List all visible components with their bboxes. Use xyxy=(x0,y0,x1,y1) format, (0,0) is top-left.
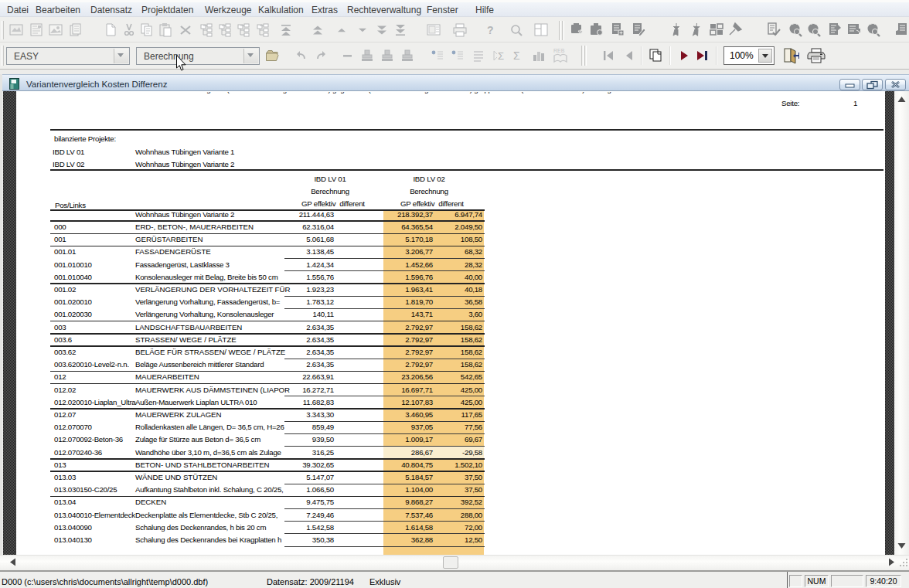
svg-text:Σ: Σ xyxy=(498,50,504,62)
svg-text:REB: REB xyxy=(553,48,565,53)
